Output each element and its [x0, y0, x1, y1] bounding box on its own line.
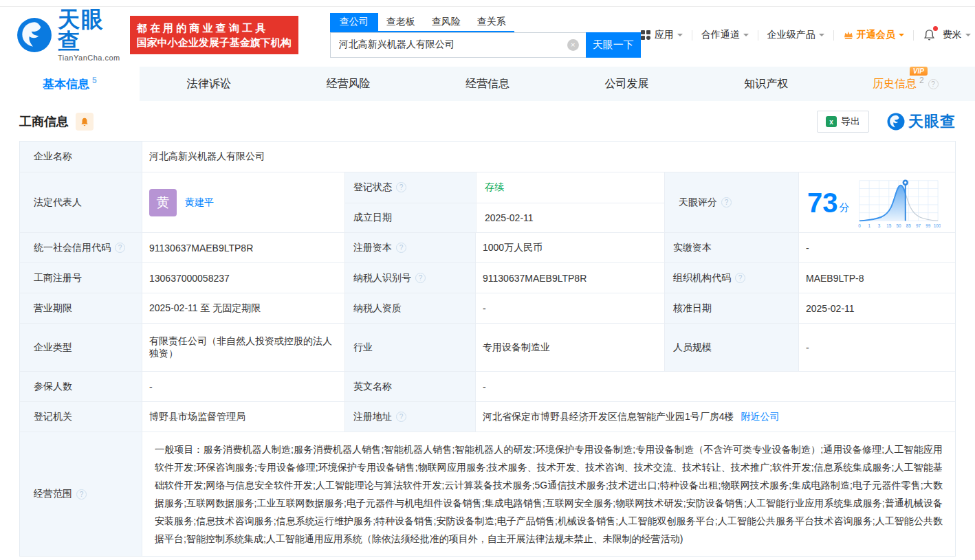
help-icon[interactable] — [115, 243, 125, 253]
avatar[interactable]: 黄 — [149, 189, 177, 216]
score-unit: 分 — [840, 201, 850, 214]
nearby-companies-link[interactable]: 附近公司 — [741, 411, 780, 423]
table-row: 企业名称 河北高新兴机器人有限公司 — [20, 142, 955, 172]
tab-label: 法律诉讼 — [187, 77, 231, 91]
field-label: 法定代表人 — [20, 172, 142, 232]
field-label: 注册地址 — [344, 401, 475, 432]
table-row: 登记机关 博野县市场监督管理局 注册地址 河北省保定市博野县经济开发区信息智能产… — [20, 401, 955, 432]
slogan-line2: 国家中小企业发展子基金旗下机构 — [137, 35, 292, 49]
slogan-line1: 都 在 用 的 商 业 查 询 工 具 — [137, 21, 292, 35]
table-row: 工商注册号 130637000058237 纳税人识别号 91130637MAE… — [20, 262, 955, 293]
search-tab-risk[interactable]: 查风险 — [424, 13, 469, 31]
tianyancha-logo[interactable]: 天眼查 TianYanCha.com — [17, 8, 120, 62]
svg-text:85: 85 — [906, 223, 911, 228]
chevron-down-icon — [819, 34, 824, 39]
tab-business-risk[interactable]: 经营风险 — [278, 67, 418, 101]
help-icon[interactable] — [76, 489, 87, 500]
chevron-down-icon — [677, 34, 683, 39]
score-curve-chart: 0 1 3 15 50 85 97 99 100 — [857, 176, 941, 229]
field-label: 核准日期 — [664, 293, 798, 323]
nav-divider — [758, 30, 758, 41]
nav-open-membership[interactable]: 开通会员 — [843, 29, 904, 41]
nav-divider — [692, 30, 692, 41]
vip-badge: VIP — [910, 67, 928, 76]
username-label: 费米 — [943, 29, 962, 41]
help-icon[interactable] — [415, 273, 426, 283]
business-term-value: 2025-02-11 至 无固定期限 — [142, 293, 344, 323]
search-tab-company[interactable]: 查公司 — [330, 13, 378, 31]
subscribe-bell-button[interactable] — [76, 113, 94, 131]
nav-username[interactable]: 费米 — [943, 29, 971, 41]
help-icon[interactable] — [396, 243, 406, 253]
crown-icon — [843, 30, 854, 41]
field-label: 实缴资本 — [664, 232, 798, 262]
detail-tabbar: 基本信息 5 法律诉讼 经营风险 经营信息 公司发展 知识产权 VIP 历史信息… — [0, 67, 975, 101]
tab-intellectual-property[interactable]: 知识产权 — [697, 67, 836, 101]
table-row: 法定代表人 黄 黄建平 登记状态 存续 成立日期 2025-02-11 天眼评分… — [20, 172, 955, 232]
tab-business-info[interactable]: 经营信息 — [418, 67, 558, 101]
help-icon[interactable] — [721, 197, 732, 208]
field-label: 成立日期 — [345, 203, 476, 233]
field-label: 工商注册号 — [20, 262, 142, 293]
top-nav: 应用 合作通道 企业级产品 开通会员 费米 — [641, 28, 971, 42]
table-row: 营业期限 2025-02-11 至 无固定期限 纳税人资质 - 核准日期 202… — [20, 293, 955, 323]
reg-address-value: 河北省保定市博野县经济开发区信息智能产业园1号厂房4楼 附近公司 — [475, 401, 955, 432]
export-button[interactable]: 导出 — [817, 111, 869, 133]
help-icon[interactable] — [396, 412, 406, 422]
tianyancha-logo-icon — [887, 113, 905, 131]
legal-rep-link[interactable]: 黄建平 — [185, 197, 214, 209]
field-label: 纳税人识别号 — [344, 262, 475, 293]
legal-rep-value: 黄 黄建平 — [142, 172, 344, 232]
approval-date-value: 2025-02-11 — [798, 293, 955, 323]
tab-count: 5 — [92, 76, 97, 85]
tab-company-development[interactable]: 公司发展 — [557, 67, 697, 101]
field-label: 纳税人资质 — [344, 293, 475, 323]
reg-number-value: 130637000058237 — [142, 262, 344, 293]
clear-icon[interactable] — [567, 39, 579, 51]
brand-name: 天眼查 — [58, 8, 120, 52]
score-value: 73 分 — [798, 172, 955, 232]
notification-bell[interactable] — [923, 28, 936, 42]
brand-domain: TianYanCha.com — [58, 54, 120, 62]
help-icon[interactable] — [396, 182, 406, 192]
help-icon[interactable] — [735, 273, 745, 283]
tab-history-info[interactable]: VIP 历史信息 2 — [835, 67, 975, 101]
nav-enterprise-products[interactable]: 企业级产品 — [767, 29, 824, 41]
business-info-table: 企业名称 河北高新兴机器人有限公司 法定代表人 黄 黄建平 登记状态 存续 成立… — [19, 141, 956, 557]
tab-label: 知识产权 — [744, 77, 788, 91]
registry-value: 博野县市场监督管理局 — [142, 401, 344, 432]
org-code-value: MAEB9LTP-8 — [798, 262, 955, 293]
bell-icon — [80, 117, 89, 127]
slogan-banner: 都 在 用 的 商 业 查 询 工 具 国家中小企业发展子基金旗下机构 — [130, 16, 298, 54]
nav-partner-channel[interactable]: 合作通道 — [701, 29, 749, 41]
search-tab-boss[interactable]: 查老板 — [378, 13, 424, 31]
nav-apps-menu[interactable]: 应用 — [641, 29, 683, 41]
svg-text:0: 0 — [858, 223, 861, 228]
export-label: 导出 — [841, 115, 860, 128]
nav-enterprise-label: 企业级产品 — [767, 29, 815, 41]
field-label: 组织机构代码 — [664, 262, 798, 293]
reg-capital-value: 1000万人民币 — [475, 232, 664, 262]
svg-text:15: 15 — [886, 223, 892, 228]
staff-size-value: - — [798, 323, 955, 371]
insured-count-value: - — [142, 371, 344, 401]
field-label: 天眼评分 — [664, 172, 798, 232]
nested-fields: 登记状态 存续 成立日期 2025-02-11 — [344, 172, 664, 232]
search-input[interactable] — [330, 32, 586, 58]
watermark-logo: 天眼查 — [887, 111, 956, 132]
watermark-brand: 天眼查 — [908, 111, 956, 132]
search-button[interactable]: 天眼一下 — [586, 32, 641, 58]
industry-value: 专用设备制造业 — [475, 323, 664, 371]
tab-legal-proceedings[interactable]: 法律诉讼 — [140, 67, 279, 101]
nav-membership-label: 开通会员 — [857, 29, 895, 41]
search-tab-relation[interactable]: 查关系 — [469, 13, 514, 31]
tab-basic-info[interactable]: 基本信息 5 — [0, 67, 140, 101]
notification-dot — [933, 26, 938, 31]
chevron-down-icon — [743, 34, 749, 39]
help-icon[interactable] — [928, 79, 939, 89]
tab-label: 经营风险 — [326, 77, 370, 91]
search-tabs: 查公司 查老板 查风险 查关系 — [330, 13, 514, 32]
section-title: 工商信息 — [19, 113, 69, 130]
svg-text:50: 50 — [896, 223, 901, 228]
svg-text:97: 97 — [916, 223, 921, 228]
